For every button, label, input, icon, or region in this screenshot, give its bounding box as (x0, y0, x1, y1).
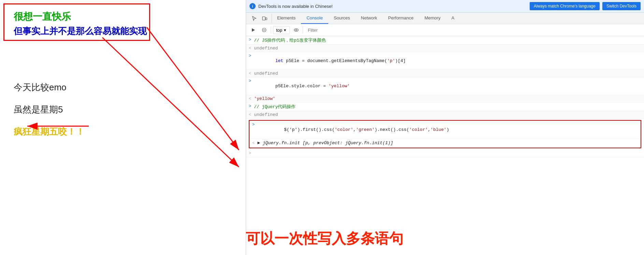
output-arrow-6: < (249, 96, 251, 101)
console-content-4: undefined (254, 71, 641, 76)
console-content-6: 'yellow' (254, 96, 641, 101)
dropdown-arrow-icon: ▼ (283, 28, 287, 32)
highlighted-input-content: $('p').first().css('color','green').next… (257, 122, 638, 137)
match-language-button[interactable]: Always match Chrome's language (530, 2, 600, 10)
info-message: DevTools is now available in Chinese! (258, 4, 527, 9)
console-line-2: < undefined (246, 45, 644, 52)
page-text-green: 很想一直快乐 (14, 10, 232, 23)
device-toolbar-button[interactable] (260, 14, 269, 23)
highlighted-input-line: > $('p').first().css('color','green').ne… (249, 121, 641, 139)
info-bar: i DevTools is now available in Chinese! … (246, 0, 644, 13)
tab-icons-group (247, 14, 272, 23)
highlighted-output-content: ► jQuery.fn.init [p, prevObject: jQuery.… (257, 140, 638, 146)
tab-memory[interactable]: Memory (419, 13, 446, 24)
input-arrow-3: > (249, 54, 251, 58)
tab-console[interactable]: Console (301, 13, 328, 24)
toolbar-separator (271, 27, 271, 33)
page-text-emo: 今天比较emo (14, 81, 232, 93)
tab-more[interactable]: A (446, 13, 460, 24)
page-text-weekday: 虽然是星期5 (14, 104, 232, 116)
devtools-panel: i DevTools is now available in Chinese! … (246, 0, 644, 255)
tabs-bar: Elements Console Sources Network Perform… (246, 13, 644, 24)
console-line-8: < undefined (246, 111, 644, 119)
tab-elements[interactable]: Elements (272, 13, 301, 24)
toolbar-separator-2 (303, 27, 303, 33)
page-text-yellow: 疯狂星期五咬！！ (14, 126, 232, 138)
console-content-2: undefined (254, 46, 641, 51)
output-arrow: < (249, 46, 251, 51)
console-content-8: undefined (254, 112, 641, 117)
input-arrow: > (249, 38, 251, 42)
svg-line-3 (102, 38, 239, 167)
page-text-blue: 但事实上并不是那么容易就能实现 (14, 25, 232, 37)
filter-input[interactable] (305, 27, 641, 34)
console-toolbar: top ▼ (246, 24, 644, 36)
console-line-4: < undefined (246, 70, 644, 77)
left-panel: 很想一直快乐 但事实上并不是那么容易就能实现 今天比较emo 虽然是星期5 疯狂… (0, 0, 246, 255)
svg-point-10 (296, 29, 297, 31)
highlighted-output-arrow: < (252, 141, 255, 146)
console-content-5: p5Ele.style.color = 'yellow' (254, 78, 641, 94)
input-arrow-7: > (249, 104, 251, 109)
console-line-end: > (246, 150, 644, 157)
console-line-3: > let p5Ele = document.getElementsByTagN… (246, 52, 644, 70)
top-label: top (276, 28, 282, 33)
eye-icon-button[interactable] (292, 26, 301, 34)
tab-network[interactable]: Network (356, 13, 383, 24)
console-line-6: < 'yellow' (246, 95, 644, 103)
console-content-3: let p5Ele = document.getElementsByTagNam… (254, 53, 641, 69)
info-icon: i (249, 3, 256, 9)
highlighted-console-group: > $('p').first().css('color','green').ne… (249, 120, 641, 148)
tab-performance[interactable]: Performance (383, 13, 419, 24)
svg-rect-4 (262, 17, 265, 20)
switch-devtools-button[interactable]: Switch DevTools (602, 2, 641, 10)
input-arrow-5: > (249, 79, 251, 84)
bottom-caption: 可以一次性写入多条语句 (246, 229, 403, 248)
inspect-icon-button[interactable] (249, 14, 259, 23)
output-arrow-4: < (249, 71, 251, 76)
svg-rect-5 (266, 18, 267, 20)
clear-console-button[interactable] (260, 26, 269, 34)
end-arrow: > (249, 151, 251, 156)
svg-point-9 (294, 29, 298, 31)
console-line-1: > // JS操作代码，给p1改变字体颜色 (246, 36, 644, 45)
highlighted-output-line: < ► jQuery.fn.init [p, prevObject: jQuer… (249, 139, 641, 148)
console-line-7: > // jQuery代码操作 (246, 103, 644, 111)
console-content-7: // jQuery代码操作 (254, 104, 641, 110)
console-content-1: // JS操作代码，给p1改变字体颜色 (254, 37, 641, 43)
output-arrow-8: < (249, 112, 251, 117)
console-line-5: > p5Ele.style.color = 'yellow' (246, 77, 644, 95)
top-context-selector[interactable]: top ▼ (273, 26, 290, 34)
svg-marker-6 (252, 28, 255, 32)
highlighted-input-arrow: > (252, 122, 255, 127)
tab-sources[interactable]: Sources (328, 13, 356, 24)
console-output: > // JS操作代码，给p1改变字体颜色 < undefined > let … (246, 36, 644, 255)
run-button[interactable] (249, 26, 258, 34)
